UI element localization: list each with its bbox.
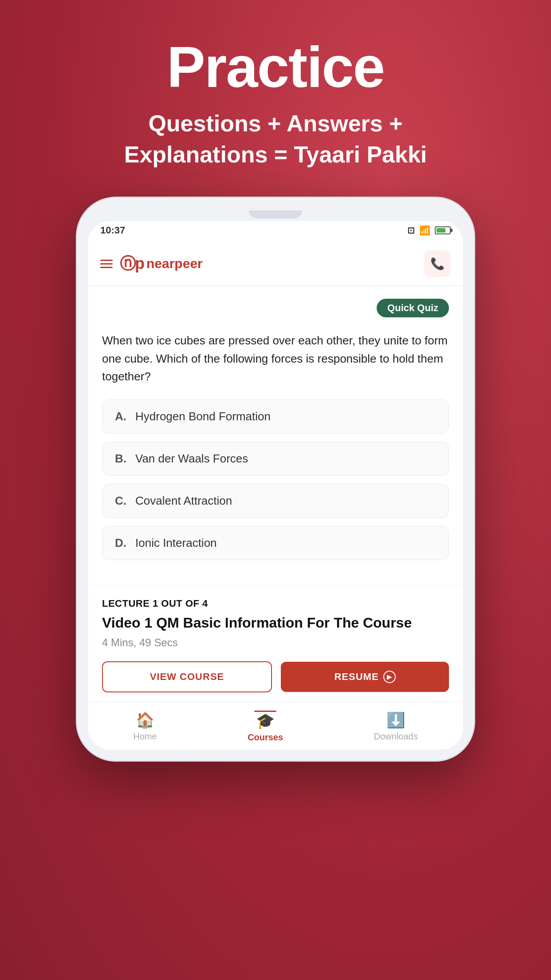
battery-icon bbox=[435, 226, 451, 234]
option-b-text: Van der Waals Forces bbox=[135, 452, 248, 466]
downloads-label: Downloads bbox=[374, 731, 418, 742]
resume-button[interactable]: RESUME ▶ bbox=[281, 662, 449, 692]
option-d-text: Ionic Interaction bbox=[135, 536, 217, 550]
app-screen: 10:37 ⊡ 📶 bbox=[88, 221, 463, 750]
option-b-letter: B. bbox=[115, 452, 128, 466]
header-section: Practice Questions + Answers + Explanati… bbox=[98, 0, 453, 170]
downloads-icon: ⬇️ bbox=[386, 711, 405, 729]
option-c-text: Covalent Attraction bbox=[135, 494, 232, 508]
nav-item-downloads[interactable]: ⬇️ Downloads bbox=[374, 711, 418, 742]
courses-icon: 🎓 bbox=[256, 712, 275, 730]
nav-item-courses[interactable]: 🎓 Courses bbox=[248, 710, 283, 743]
option-c[interactable]: C. Covalent Attraction bbox=[102, 484, 449, 518]
status-icons: ⊡ 📶 bbox=[407, 225, 451, 236]
phone-call-button[interactable]: 📞 bbox=[424, 250, 451, 277]
status-time: 10:37 bbox=[100, 225, 125, 236]
status-bar: 10:37 ⊡ 📶 bbox=[88, 221, 463, 241]
option-b[interactable]: B. Van der Waals Forces bbox=[102, 442, 449, 476]
option-c-letter: C. bbox=[115, 494, 128, 508]
courses-label: Courses bbox=[248, 732, 283, 743]
app-navbar: ⓝp nearpeer 📞 bbox=[88, 241, 463, 286]
option-a[interactable]: A. Hydrogen Bond Formation bbox=[102, 399, 449, 434]
view-course-button[interactable]: VIEW COURSE bbox=[102, 661, 272, 692]
phone-icon: 📞 bbox=[430, 257, 445, 271]
phone-mockup: 10:37 ⊡ 📶 bbox=[76, 197, 475, 762]
lecture-title: Video 1 QM Basic Information For The Cou… bbox=[102, 613, 449, 633]
play-icon: ▶ bbox=[383, 671, 396, 683]
phone-notch-area bbox=[88, 210, 463, 218]
home-icon: 🏠 bbox=[136, 711, 154, 729]
hamburger-icon[interactable] bbox=[100, 260, 113, 268]
resume-label: RESUME bbox=[334, 671, 378, 683]
home-label: Home bbox=[133, 731, 157, 742]
wifi-icon: 📶 bbox=[419, 225, 430, 236]
quiz-section: Quick Quiz When two ice cubes are presse… bbox=[88, 286, 463, 573]
nav-left: ⓝp nearpeer bbox=[100, 253, 203, 275]
option-d[interactable]: D. Ionic Interaction bbox=[102, 526, 449, 560]
logo-letters: ⓝp bbox=[120, 253, 144, 275]
page-title: Practice bbox=[98, 36, 453, 99]
option-a-letter: A. bbox=[115, 410, 128, 423]
quiz-question: When two ice cubes are pressed over each… bbox=[102, 332, 449, 385]
lecture-section: LECTURE 1 OUT OF 4 Video 1 QM Basic Info… bbox=[88, 598, 463, 701]
lecture-actions: VIEW COURSE RESUME ▶ bbox=[102, 661, 449, 692]
quiz-question-area: When two ice cubes are pressed over each… bbox=[102, 328, 449, 560]
option-d-letter: D. bbox=[115, 536, 128, 550]
lecture-label: LECTURE 1 OUT OF 4 bbox=[102, 598, 449, 609]
screenshot-icon: ⊡ bbox=[407, 225, 415, 236]
phone-notch bbox=[249, 210, 302, 218]
quick-quiz-badge: Quick Quiz bbox=[377, 299, 449, 317]
np-logo: ⓝp nearpeer bbox=[120, 253, 203, 275]
option-a-text: Hydrogen Bond Formation bbox=[135, 410, 271, 423]
nav-item-home[interactable]: 🏠 Home bbox=[133, 711, 157, 742]
answer-options: A. Hydrogen Bond Formation B. Van der Wa… bbox=[102, 399, 449, 560]
logo-text: nearpeer bbox=[146, 256, 203, 271]
header-subtitle: Questions + Answers + Explanations = Tya… bbox=[98, 108, 453, 170]
bottom-nav: 🏠 Home 🎓 Courses ⬇️ Downloads bbox=[88, 701, 463, 750]
section-divider bbox=[88, 585, 463, 585]
lecture-duration: 4 Mins, 49 Secs bbox=[102, 636, 449, 649]
